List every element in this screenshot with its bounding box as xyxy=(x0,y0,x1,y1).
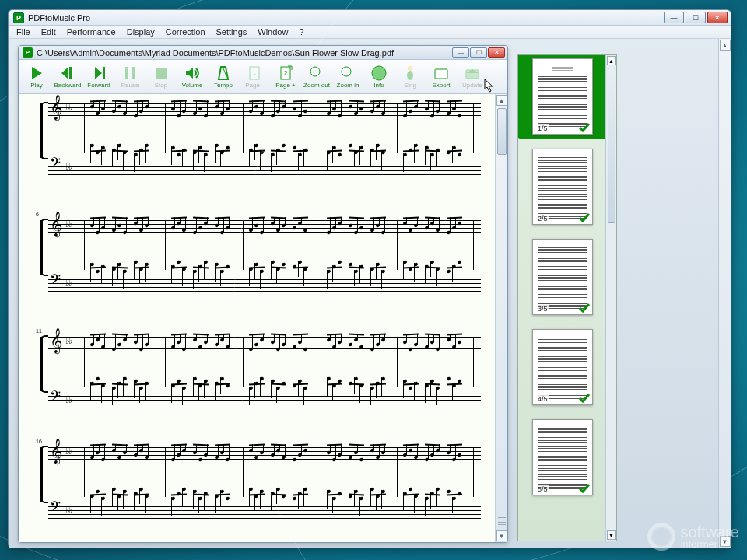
update-icon xyxy=(463,65,482,82)
page--button: -Page - xyxy=(239,61,270,92)
thumbnail-label: 2/5 xyxy=(536,215,549,222)
stop-button: Stop xyxy=(146,61,177,92)
checkmark-icon xyxy=(578,482,591,495)
maximize-button[interactable]: ☐ xyxy=(686,12,706,23)
watermark: software informer xyxy=(647,523,739,551)
menu-file[interactable]: File xyxy=(12,26,35,37)
thumbnail-label: 3/5 xyxy=(536,305,549,313)
doc-minimize-button[interactable]: — xyxy=(452,47,469,58)
minimize-button[interactable]: — xyxy=(664,12,684,23)
svg-rect-2 xyxy=(125,67,128,79)
score-scrollbar[interactable]: ▲ ▼ xyxy=(495,94,507,542)
svg-rect-3 xyxy=(132,67,135,79)
music-system: 𝄞♭♭𝄢♭♭ xyxy=(48,99,481,149)
svg-rect-4 xyxy=(156,68,167,79)
thumbnail-scrollbar[interactable]: ▲ ▼ xyxy=(605,55,616,541)
tempo-button[interactable]: Tempo xyxy=(208,61,239,92)
menu-window[interactable]: Window xyxy=(253,26,293,37)
forward-button[interactable]: Forward xyxy=(83,61,114,92)
menu-edit[interactable]: Edit xyxy=(37,26,61,37)
menu-display[interactable]: Display xyxy=(122,26,160,37)
music-system: 11𝄞♭♭𝄢♭♭ xyxy=(48,332,481,382)
pause-icon xyxy=(121,65,139,82)
win-scroll-up-icon[interactable]: ▲ xyxy=(720,40,731,51)
document-titlebar: P C:\Users\Admin\Documents\Myriad Docume… xyxy=(19,46,507,60)
doc-maximize-button[interactable]: ☐ xyxy=(470,47,487,58)
thumb-scroll-thumb[interactable] xyxy=(608,68,615,223)
menu-correction[interactable]: Correction xyxy=(161,26,210,37)
update-button: Update xyxy=(457,61,488,92)
app-titlebar: P PDFtoMusic Pro — ☐ ✕ xyxy=(9,10,731,26)
document-icon: P xyxy=(23,47,33,58)
volume-button[interactable]: Volume xyxy=(177,61,208,92)
measure-number: 16 xyxy=(36,439,42,444)
app-title: PDFtoMusic Pro xyxy=(28,13,664,23)
thumb-scroll-down-icon[interactable]: ▼ xyxy=(607,530,616,540)
zoomin-button[interactable]: Zoom in xyxy=(332,61,363,92)
thumbnail-item[interactable]: 2/5 xyxy=(523,149,602,225)
menu-performance[interactable]: Performance xyxy=(62,26,121,37)
scroll-down-icon[interactable]: ▼ xyxy=(496,530,507,541)
play-button[interactable]: Play xyxy=(21,61,52,92)
tempo-icon xyxy=(214,65,233,82)
workspace: P C:\Users\Admin\Documents\Myriad Docume… xyxy=(9,39,731,548)
thumbnail-item[interactable]: 4/5 xyxy=(523,329,602,405)
thumbnail-item[interactable]: 1/5 xyxy=(518,54,607,139)
scroll-up-icon[interactable]: ▲ xyxy=(496,95,507,106)
window-scrollbar[interactable]: ▲ ▼ xyxy=(718,39,731,548)
svg-rect-0 xyxy=(69,67,72,79)
doc-close-button[interactable]: ✕ xyxy=(488,47,505,58)
document-window: P C:\Users\Admin\Documents\Myriad Docume… xyxy=(18,45,508,543)
zoomout-icon xyxy=(307,65,326,82)
score-area[interactable]: 𝄞♭♭𝄢♭♭6𝄞♭♭𝄢♭♭11𝄞♭♭𝄢♭♭16𝄞♭♭𝄢♭♭ ▲ ▼ xyxy=(19,94,507,542)
thumbnail-label: 4/5 xyxy=(536,395,549,403)
music-system: 6𝄞♭♭𝄢♭♭ xyxy=(48,215,481,265)
measure-number: 6 xyxy=(36,212,39,217)
thumbnail-item[interactable]: 3/5 xyxy=(523,239,602,315)
volume-icon xyxy=(183,65,202,82)
menu-[interactable]: ? xyxy=(294,26,308,37)
svg-rect-21 xyxy=(435,69,447,79)
score-page: 𝄞♭♭𝄢♭♭6𝄞♭♭𝄢♭♭11𝄞♭♭𝄢♭♭16𝄞♭♭𝄢♭♭ xyxy=(19,94,495,542)
thumbnail-label: 5/5 xyxy=(536,485,549,493)
svg-point-17: i xyxy=(372,66,386,80)
svg-point-13 xyxy=(342,67,351,76)
backward-button[interactable]: Backward xyxy=(52,61,83,92)
info-button[interactable]: iInfo xyxy=(363,61,395,92)
document-path: C:\Users\Admin\Documents\Myriad Document… xyxy=(37,48,452,58)
toolbar: PlayBackwardForwardPauseStopVolumeTempo-… xyxy=(19,60,507,94)
thumbnail-item[interactable]: 5/5 xyxy=(523,419,602,495)
svg-text:-: - xyxy=(253,68,256,78)
app-window: P PDFtoMusic Pro — ☐ ✕ FileEditPerforman… xyxy=(8,9,731,548)
stop-icon xyxy=(152,65,170,82)
thumbnail-label: 1/5 xyxy=(536,124,549,132)
page+-button[interactable]: 2Page + xyxy=(270,61,301,92)
page--icon: - xyxy=(245,65,264,82)
watermark-ring-icon xyxy=(647,523,675,551)
svg-point-10 xyxy=(310,67,320,76)
checkmark-icon xyxy=(578,302,591,314)
close-button[interactable]: ✕ xyxy=(707,12,728,23)
thumbnail-panel: 1/52/53/54/55/5 ▲ ▼ xyxy=(517,54,617,541)
export-button[interactable]: Export xyxy=(426,61,457,92)
svg-text:2: 2 xyxy=(283,69,287,77)
menu-settings[interactable]: Settings xyxy=(212,26,252,37)
play-icon xyxy=(27,65,46,82)
zoomout-button[interactable]: Zoom out xyxy=(301,61,332,92)
thumb-scroll-up-icon[interactable]: ▲ xyxy=(607,56,616,65)
scroll-thumb[interactable] xyxy=(497,108,507,155)
page+-icon: 2 xyxy=(276,65,295,82)
svg-point-20 xyxy=(408,66,412,71)
app-icon: P xyxy=(13,12,24,23)
forward-icon xyxy=(89,65,108,82)
checkmark-icon xyxy=(578,212,591,224)
info-icon: i xyxy=(370,65,388,82)
export-icon xyxy=(432,65,451,82)
svg-rect-1 xyxy=(103,67,105,79)
backward-icon xyxy=(58,65,77,82)
scroll-grip xyxy=(498,516,506,527)
checkmark-icon xyxy=(578,121,591,134)
music-system: 16𝄞♭♭𝄢♭♭ xyxy=(48,443,481,492)
menu-bar: FileEditPerformanceDisplayCorrectionSett… xyxy=(9,26,731,39)
svg-point-19 xyxy=(407,71,413,80)
